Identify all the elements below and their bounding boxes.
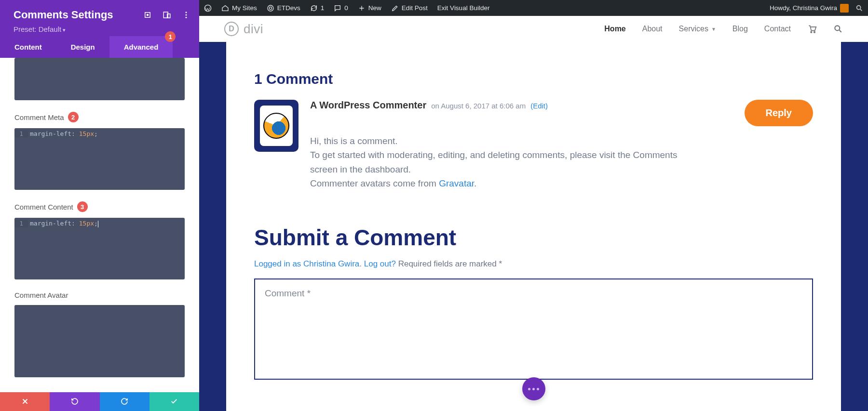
search-icon[interactable] [833, 24, 843, 34]
comment-body: Hi, this is a comment. To get started wi… [310, 134, 686, 191]
login-status: Logged in as Christina Gwira. Log out? R… [254, 259, 813, 269]
responsive-icon[interactable] [163, 11, 171, 19]
primary-nav: Home About Services ▼ Blog Contact [604, 24, 843, 34]
submit-heading: Submit a Comment [254, 225, 813, 251]
site-logo[interactable]: D divi [224, 22, 263, 37]
settings-sidebar: Comments Settings Preset: Default Conten… [0, 0, 199, 411]
svg-point-1 [147, 14, 149, 16]
svg-point-4 [186, 12, 187, 13]
tab-design[interactable]: Design [56, 36, 109, 58]
code-editor-content[interactable]: 1 margin-left: 15px; [14, 218, 185, 279]
comment-edit-link[interactable]: (Edit) [530, 102, 548, 110]
label-comment-content: Comment Content 3 [14, 201, 185, 212]
chevron-down-icon: ▼ [711, 27, 716, 32]
exit-vb-link[interactable]: Exit Visual Builder [437, 4, 490, 12]
site-link[interactable]: ETDevs [267, 4, 300, 12]
comments-link[interactable]: 0 [334, 4, 348, 12]
logo-text: divi [244, 22, 263, 37]
wp-logo-icon[interactable] [204, 4, 212, 12]
comments-heading: 1 Comment [254, 71, 813, 87]
dot-icon [537, 388, 539, 390]
new-link[interactable]: New [358, 4, 381, 12]
code-editor-meta[interactable]: 1 margin-left: 15px; [14, 128, 185, 190]
nav-services[interactable]: Services ▼ [679, 25, 716, 33]
tab-advanced-label: Advanced [124, 43, 159, 51]
settings-tabs: Content Design Advanced 1 [0, 36, 199, 58]
tab-badge-1: 1 [165, 31, 176, 42]
comment-textarea[interactable] [254, 278, 813, 380]
svg-point-12 [814, 31, 815, 33]
sidebar-header: Comments Settings Preset: Default [0, 0, 199, 36]
comment-item: A WordPress Commenter on August 6, 2017 … [254, 100, 813, 191]
user-avatar-icon [840, 4, 849, 13]
comment-author: A WordPress Commenter [310, 100, 426, 111]
undo-button[interactable] [50, 392, 99, 411]
save-button[interactable] [149, 392, 199, 411]
nav-contact[interactable]: Contact [764, 25, 791, 33]
expand-icon[interactable] [143, 11, 152, 19]
sidebar-footer [0, 392, 199, 411]
page-stage: D divi Home About Services ▼ Blog Contac… [199, 16, 868, 411]
svg-point-5 [186, 14, 187, 16]
code-editor-prev[interactable] [14, 58, 185, 100]
cart-icon[interactable] [807, 24, 817, 34]
more-icon[interactable] [182, 11, 190, 19]
badge-3: 3 [77, 201, 88, 212]
tab-content[interactable]: Content [0, 36, 56, 58]
commenter-avatar [254, 100, 298, 152]
svg-point-8 [269, 7, 271, 9]
nav-home[interactable]: Home [604, 25, 625, 33]
page-content: 1 Comment A WordPress Commenter on Augus… [226, 42, 841, 411]
wapuu-icon [263, 113, 289, 139]
label-comment-meta: Comment Meta 2 [14, 112, 185, 122]
svg-point-13 [835, 26, 840, 30]
logged-in-link[interactable]: Logged in as Christina Gwira [254, 259, 359, 268]
site-header: D divi Home About Services ▼ Blog Contac… [199, 16, 868, 42]
divi-fab-button[interactable] [522, 377, 545, 400]
updates-link[interactable]: 1 [310, 4, 325, 12]
discard-button[interactable] [0, 392, 50, 411]
my-sites-link[interactable]: My Sites [221, 4, 257, 12]
preview-area: My Sites ETDevs 1 0 New Edit Post [199, 0, 868, 411]
label-comment-avatar: Comment Avatar [14, 291, 185, 299]
redo-button[interactable] [100, 392, 149, 411]
wp-admin-bar: My Sites ETDevs 1 0 New Edit Post [199, 0, 868, 16]
dot-icon [528, 388, 530, 390]
preset-dropdown[interactable]: Preset: Default [14, 25, 186, 33]
howdy-link[interactable]: Howdy, Christina Gwira [770, 4, 849, 13]
tab-advanced[interactable]: Advanced 1 [109, 36, 173, 58]
logout-link[interactable]: Log out? [364, 259, 396, 268]
svg-point-6 [186, 17, 187, 18]
svg-point-9 [268, 5, 273, 11]
edit-post-link[interactable]: Edit Post [391, 4, 428, 12]
dot-icon [532, 388, 535, 390]
svg-point-11 [811, 31, 812, 33]
settings-panel[interactable]: Comment Meta 2 1 margin-left: 15px; Comm… [0, 58, 199, 392]
nav-about[interactable]: About [642, 25, 663, 33]
wp-search-icon[interactable] [855, 4, 863, 12]
badge-2: 2 [68, 112, 79, 122]
logo-mark-icon: D [224, 22, 239, 36]
svg-point-10 [857, 5, 861, 9]
code-editor-avatar[interactable] [14, 305, 185, 377]
gravatar-link[interactable]: Gravatar [439, 178, 474, 188]
nav-blog[interactable]: Blog [732, 25, 748, 33]
reply-button[interactable]: Reply [745, 100, 813, 126]
comment-date: on August 6, 2017 at 6:06 am [431, 102, 526, 110]
